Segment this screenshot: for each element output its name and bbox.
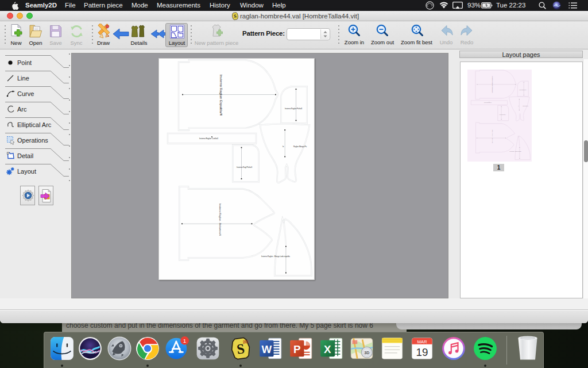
- svg-text:W: W: [262, 343, 272, 355]
- svg-text:X: X: [324, 343, 331, 355]
- svg-text:P: P: [293, 343, 301, 355]
- svg-text:3D: 3D: [364, 351, 369, 355]
- svg-text:19: 19: [416, 346, 428, 358]
- svg-text:1: 1: [183, 338, 187, 344]
- svg-text:MAR: MAR: [417, 339, 427, 344]
- svg-text:2D: 2D: [242, 339, 248, 344]
